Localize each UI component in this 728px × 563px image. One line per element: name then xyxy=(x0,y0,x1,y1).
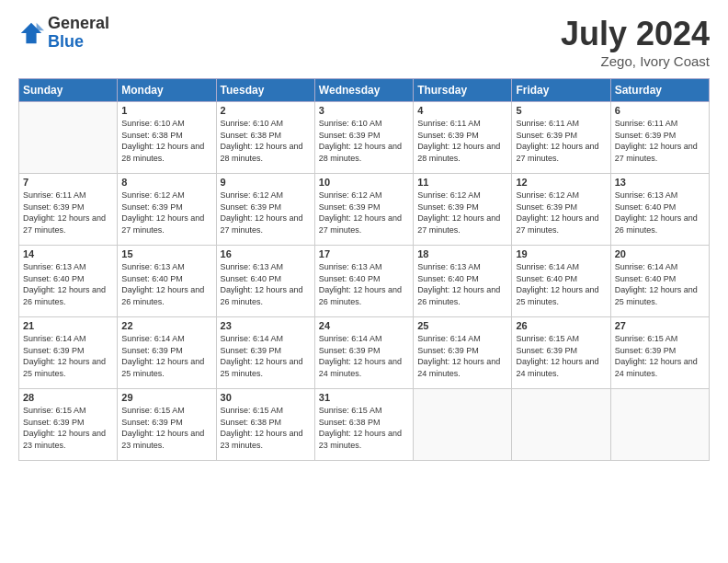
calendar-cell: 23Sunrise: 6:14 AMSunset: 6:39 PMDayligh… xyxy=(216,317,314,389)
calendar-week-row: 21Sunrise: 6:14 AMSunset: 6:39 PMDayligh… xyxy=(19,317,710,389)
day-info: Sunrise: 6:15 AMSunset: 6:38 PMDaylight:… xyxy=(319,405,409,451)
day-number: 3 xyxy=(319,105,409,116)
calendar-cell: 16Sunrise: 6:13 AMSunset: 6:40 PMDayligh… xyxy=(216,246,314,317)
calendar-week-row: 14Sunrise: 6:13 AMSunset: 6:40 PMDayligh… xyxy=(19,246,710,317)
logo: General Blue xyxy=(18,15,109,52)
calendar-header-day: Wednesday xyxy=(314,79,413,102)
subtitle: Zego, Ivory Coast xyxy=(561,53,710,69)
calendar-cell: 20Sunrise: 6:14 AMSunset: 6:40 PMDayligh… xyxy=(610,246,709,317)
calendar-cell xyxy=(610,389,709,461)
day-info: Sunrise: 6:13 AMSunset: 6:40 PMDaylight:… xyxy=(23,261,113,307)
calendar-cell: 25Sunrise: 6:14 AMSunset: 6:39 PMDayligh… xyxy=(414,317,512,389)
day-info: Sunrise: 6:10 AMSunset: 6:38 PMDaylight:… xyxy=(121,118,211,164)
day-info: Sunrise: 6:14 AMSunset: 6:40 PMDaylight:… xyxy=(516,261,606,307)
day-info: Sunrise: 6:11 AMSunset: 6:39 PMDaylight:… xyxy=(417,118,507,164)
calendar-cell: 9Sunrise: 6:12 AMSunset: 6:39 PMDaylight… xyxy=(216,174,314,246)
day-number: 20 xyxy=(615,248,705,259)
svg-marker-1 xyxy=(37,23,44,30)
logo-general-text: General xyxy=(48,15,109,33)
day-number: 19 xyxy=(516,248,606,259)
day-number: 29 xyxy=(121,392,211,403)
day-number: 24 xyxy=(319,320,409,331)
calendar-cell: 11Sunrise: 6:12 AMSunset: 6:39 PMDayligh… xyxy=(414,174,512,246)
day-info: Sunrise: 6:14 AMSunset: 6:39 PMDaylight:… xyxy=(121,333,211,379)
calendar-header-day: Sunday xyxy=(19,79,118,102)
day-number: 7 xyxy=(23,177,113,188)
calendar-header-day: Tuesday xyxy=(216,79,314,102)
day-info: Sunrise: 6:14 AMSunset: 6:39 PMDaylight:… xyxy=(221,333,311,379)
calendar-cell: 2Sunrise: 6:10 AMSunset: 6:38 PMDaylight… xyxy=(216,102,314,174)
day-info: Sunrise: 6:13 AMSunset: 6:40 PMDaylight:… xyxy=(417,261,507,307)
calendar-cell: 14Sunrise: 6:13 AMSunset: 6:40 PMDayligh… xyxy=(19,246,118,317)
day-number: 15 xyxy=(121,248,211,259)
day-number: 31 xyxy=(319,392,409,403)
calendar-cell: 28Sunrise: 6:15 AMSunset: 6:39 PMDayligh… xyxy=(19,389,118,461)
day-info: Sunrise: 6:11 AMSunset: 6:39 PMDaylight:… xyxy=(615,118,705,164)
day-info: Sunrise: 6:10 AMSunset: 6:38 PMDaylight:… xyxy=(221,118,311,164)
day-info: Sunrise: 6:13 AMSunset: 6:40 PMDaylight:… xyxy=(319,261,409,307)
day-number: 9 xyxy=(221,177,311,188)
day-info: Sunrise: 6:12 AMSunset: 6:39 PMDaylight:… xyxy=(221,190,311,236)
day-number: 25 xyxy=(417,320,507,331)
day-number: 4 xyxy=(417,105,507,116)
calendar-cell: 26Sunrise: 6:15 AMSunset: 6:39 PMDayligh… xyxy=(512,317,610,389)
day-number: 23 xyxy=(221,320,311,331)
calendar-header-day: Monday xyxy=(118,79,216,102)
calendar-header-day: Saturday xyxy=(610,79,709,102)
day-info: Sunrise: 6:11 AMSunset: 6:39 PMDaylight:… xyxy=(23,190,113,236)
calendar-week-row: 1Sunrise: 6:10 AMSunset: 6:38 PMDaylight… xyxy=(19,102,710,174)
day-number: 6 xyxy=(615,105,705,116)
day-info: Sunrise: 6:14 AMSunset: 6:40 PMDaylight:… xyxy=(615,261,705,307)
day-number: 27 xyxy=(615,320,705,331)
day-info: Sunrise: 6:15 AMSunset: 6:39 PMDaylight:… xyxy=(23,405,113,451)
day-info: Sunrise: 6:12 AMSunset: 6:39 PMDaylight:… xyxy=(121,190,211,236)
day-info: Sunrise: 6:15 AMSunset: 6:39 PMDaylight:… xyxy=(615,333,705,379)
calendar-cell: 30Sunrise: 6:15 AMSunset: 6:38 PMDayligh… xyxy=(216,389,314,461)
calendar-week-row: 7Sunrise: 6:11 AMSunset: 6:39 PMDaylight… xyxy=(19,174,710,246)
day-number: 16 xyxy=(221,248,311,259)
calendar-cell: 15Sunrise: 6:13 AMSunset: 6:40 PMDayligh… xyxy=(118,246,216,317)
calendar-cell: 10Sunrise: 6:12 AMSunset: 6:39 PMDayligh… xyxy=(314,174,413,246)
day-number: 21 xyxy=(23,320,113,331)
day-number: 28 xyxy=(23,392,113,403)
day-number: 17 xyxy=(319,248,409,259)
day-info: Sunrise: 6:12 AMSunset: 6:39 PMDaylight:… xyxy=(516,190,606,236)
calendar-cell: 6Sunrise: 6:11 AMSunset: 6:39 PMDaylight… xyxy=(610,102,709,174)
calendar-cell xyxy=(414,389,512,461)
calendar-cell: 22Sunrise: 6:14 AMSunset: 6:39 PMDayligh… xyxy=(118,317,216,389)
calendar-cell xyxy=(512,389,610,461)
calendar-cell: 18Sunrise: 6:13 AMSunset: 6:40 PMDayligh… xyxy=(414,246,512,317)
calendar-cell: 1Sunrise: 6:10 AMSunset: 6:38 PMDaylight… xyxy=(118,102,216,174)
day-info: Sunrise: 6:15 AMSunset: 6:39 PMDaylight:… xyxy=(516,333,606,379)
day-number: 1 xyxy=(121,105,211,116)
day-number: 22 xyxy=(121,320,211,331)
day-info: Sunrise: 6:13 AMSunset: 6:40 PMDaylight:… xyxy=(615,190,705,236)
calendar-header-day: Thursday xyxy=(414,79,512,102)
calendar-header-day: Friday xyxy=(512,79,610,102)
day-info: Sunrise: 6:13 AMSunset: 6:40 PMDaylight:… xyxy=(121,261,211,307)
calendar-cell: 24Sunrise: 6:14 AMSunset: 6:39 PMDayligh… xyxy=(314,317,413,389)
logo-blue-text: Blue xyxy=(48,33,109,52)
day-info: Sunrise: 6:14 AMSunset: 6:39 PMDaylight:… xyxy=(319,333,409,379)
day-info: Sunrise: 6:14 AMSunset: 6:39 PMDaylight:… xyxy=(23,333,113,379)
header: General Blue July 2024 Zego, Ivory Coast xyxy=(18,15,710,69)
main-title: July 2024 xyxy=(561,15,710,53)
day-info: Sunrise: 6:12 AMSunset: 6:39 PMDaylight:… xyxy=(417,190,507,236)
calendar-week-row: 28Sunrise: 6:15 AMSunset: 6:39 PMDayligh… xyxy=(19,389,710,461)
day-number: 26 xyxy=(516,320,606,331)
page: General Blue July 2024 Zego, Ivory Coast… xyxy=(0,0,728,563)
logo-text: General Blue xyxy=(48,15,109,52)
day-number: 2 xyxy=(221,105,311,116)
day-number: 30 xyxy=(221,392,311,403)
day-info: Sunrise: 6:14 AMSunset: 6:39 PMDaylight:… xyxy=(417,333,507,379)
day-number: 12 xyxy=(516,177,606,188)
day-info: Sunrise: 6:12 AMSunset: 6:39 PMDaylight:… xyxy=(319,190,409,236)
day-info: Sunrise: 6:15 AMSunset: 6:38 PMDaylight:… xyxy=(221,405,311,451)
day-number: 18 xyxy=(417,248,507,259)
calendar-cell: 19Sunrise: 6:14 AMSunset: 6:40 PMDayligh… xyxy=(512,246,610,317)
calendar-cell: 13Sunrise: 6:13 AMSunset: 6:40 PMDayligh… xyxy=(610,174,709,246)
calendar-cell: 27Sunrise: 6:15 AMSunset: 6:39 PMDayligh… xyxy=(610,317,709,389)
day-info: Sunrise: 6:10 AMSunset: 6:39 PMDaylight:… xyxy=(319,118,409,164)
calendar-cell: 17Sunrise: 6:13 AMSunset: 6:40 PMDayligh… xyxy=(314,246,413,317)
day-info: Sunrise: 6:11 AMSunset: 6:39 PMDaylight:… xyxy=(516,118,606,164)
